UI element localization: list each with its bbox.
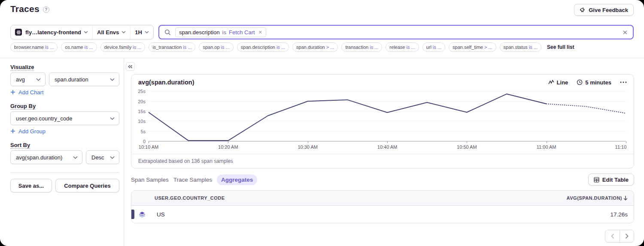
page-filters: fly…latency-frontend All Envs 1H: [10, 25, 154, 39]
y-axis-label: 25s: [138, 89, 146, 94]
chip-key: browser.name: [14, 45, 44, 50]
search-clear-icon[interactable]: ✕: [622, 29, 628, 36]
token-key: span.description: [179, 29, 220, 36]
chevron-down-icon: [110, 156, 115, 159]
sort-field-select[interactable]: avg(span.duration): [10, 150, 82, 164]
chevron-down-icon: [73, 156, 78, 159]
environment-filter-label: All Envs: [97, 29, 119, 36]
group-by-select[interactable]: user.geo.country_code: [10, 111, 119, 125]
filter-chip[interactable]: releaseis ...: [386, 42, 419, 52]
table-body: US17.26s: [131, 206, 634, 223]
interval-control[interactable]: 5 minutes: [577, 79, 611, 86]
chevron-down-icon: [84, 31, 88, 33]
chip-key: span.duration: [296, 45, 325, 50]
chart-type-control[interactable]: Line: [548, 79, 568, 86]
add-group-button[interactable]: Add Group: [10, 128, 119, 134]
give-feedback-button[interactable]: Give Feedback: [574, 4, 634, 16]
token-remove-icon[interactable]: ✕: [258, 30, 262, 35]
filter-bar: fly…latency-frontend All Envs 1H span.de…: [0, 25, 644, 39]
x-axis-label: 11:00 AM: [537, 144, 556, 150]
layers-icon: [139, 211, 146, 218]
column-header-country-code[interactable]: USER.GEO.COUNTRY_CODE: [131, 195, 225, 201]
project-logo-icon: [15, 29, 22, 36]
help-icon[interactable]: ?: [43, 6, 49, 13]
filter-chip[interactable]: urlis ...: [422, 42, 445, 52]
search-filter-token[interactable]: span.description is Fetch Cart ✕: [175, 27, 266, 37]
sort-direction-select[interactable]: Desc: [86, 150, 119, 164]
chip-operator: is ...: [433, 45, 441, 50]
series-color-swatch: [131, 210, 134, 219]
plus-icon: [10, 129, 15, 134]
filter-chip[interactable]: span.descriptionis ...: [237, 42, 289, 52]
filter-chips-row: browser.nameis ...os.nameis ...device.fa…: [0, 39, 644, 58]
filter-chip[interactable]: device.familyis ...: [100, 42, 146, 52]
search-input[interactable]: span.description is Fetch Cart ✕ ✕: [158, 25, 634, 39]
collapse-sidebar-button[interactable]: [126, 62, 135, 71]
x-axis-label: 10:30 AM: [298, 144, 317, 150]
token-value: Fetch Cart: [229, 29, 255, 36]
tab-trace-samples[interactable]: Trace Samples: [173, 174, 212, 185]
column-header-avg-duration[interactable]: AVG(SPAN.DURATION): [567, 195, 634, 201]
table-row[interactable]: US17.26s: [131, 206, 634, 223]
add-chart-label: Add Chart: [18, 89, 44, 96]
double-chevron-left-icon: [128, 65, 133, 69]
compare-queries-button[interactable]: Compare Queries: [55, 179, 119, 192]
chip-key: span.description: [241, 45, 275, 50]
chip-operator: is ...: [221, 45, 230, 50]
chevron-down-icon: [122, 31, 126, 33]
line-chart-icon: [548, 80, 554, 85]
visualize-heading: Visualize: [10, 64, 34, 71]
chip-operator: is ...: [529, 45, 538, 50]
chip-operator: > ...: [484, 45, 492, 50]
see-full-list-button[interactable]: See full list: [545, 42, 576, 52]
save-as-button[interactable]: Save as...: [10, 179, 52, 192]
x-axis-tick: [547, 141, 547, 143]
project-filter[interactable]: fly…latency-frontend: [11, 25, 92, 39]
time-range-filter-label: 1H: [135, 29, 142, 36]
sort-direction-value: Desc: [91, 154, 106, 161]
filter-chip[interactable]: browser.nameis ...: [10, 42, 58, 52]
chip-key: os.name: [65, 45, 83, 50]
x-axis-tick: [149, 141, 149, 143]
visualize-field-value: span.duration: [55, 76, 106, 83]
chip-key: span.status: [504, 45, 528, 50]
filter-chip[interactable]: span.opis ...: [199, 42, 233, 52]
tab-span-samples[interactable]: Span Samples: [131, 174, 169, 185]
tabs: Span SamplesTrace SamplesAggregates: [131, 174, 257, 185]
chip-key: span.op: [203, 45, 219, 50]
project-filter-label: fly…latency-frontend: [25, 29, 81, 36]
token-operator: is: [222, 29, 226, 36]
tab-aggregates[interactable]: Aggregates: [217, 174, 257, 185]
x-axis-tick: [626, 141, 626, 143]
plus-icon: [10, 90, 15, 95]
y-axis-label: 20s: [138, 99, 146, 104]
clock-icon: [577, 79, 583, 85]
chip-key: is_transaction: [152, 45, 182, 50]
more-options-icon[interactable]: [620, 81, 627, 83]
filter-chip[interactable]: is_transactionis ...: [149, 42, 195, 52]
filter-chip[interactable]: span.statusis ...: [500, 42, 541, 52]
megaphone-icon: [580, 7, 586, 13]
filter-chip[interactable]: transactionis ...: [341, 42, 382, 52]
filter-chip[interactable]: span.duration> ...: [292, 42, 338, 52]
x-axis-label: 10:50 AM: [457, 144, 477, 150]
compare-queries-label: Compare Queries: [64, 183, 110, 189]
add-chart-button[interactable]: Add Chart: [10, 89, 119, 95]
next-page-button[interactable]: [620, 230, 634, 242]
environment-filter[interactable]: All Envs: [92, 25, 130, 39]
aggregate-select[interactable]: avg: [10, 72, 46, 86]
visualize-field-select[interactable]: span.duration: [49, 72, 119, 86]
line-series: [149, 87, 626, 141]
y-axis-label: 10s: [138, 119, 146, 124]
time-range-filter[interactable]: 1H: [130, 25, 153, 39]
filter-chip[interactable]: os.nameis ...: [61, 42, 97, 52]
filter-chip[interactable]: span.self_time> ...: [449, 42, 496, 52]
chip-key: transaction: [345, 45, 368, 50]
chevron-down-icon: [36, 78, 41, 81]
previous-page-button[interactable]: [605, 230, 620, 242]
x-axis-tick: [228, 141, 228, 143]
edit-table-button[interactable]: Edit Table: [588, 174, 634, 186]
chip-key: release: [389, 45, 405, 50]
aggregate-select-value: avg: [16, 76, 33, 83]
pagination: [124, 230, 634, 243]
